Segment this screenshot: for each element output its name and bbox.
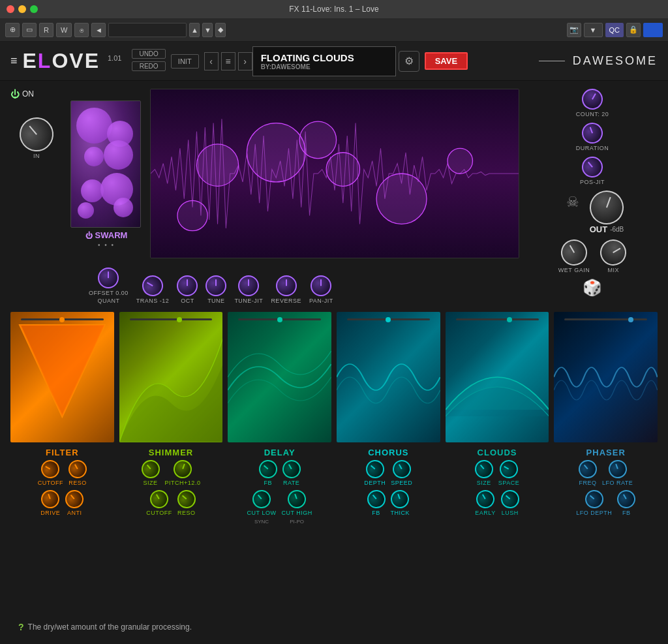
clouds-image[interactable] bbox=[446, 312, 549, 442]
menu-icon[interactable]: ≡ bbox=[10, 54, 18, 68]
phaser-freq-knob[interactable] bbox=[575, 456, 600, 482]
toolbar-icon-3[interactable]: ⍟ bbox=[74, 23, 89, 37]
on-label: ON bbox=[22, 89, 34, 99]
redo-button[interactable]: REDO bbox=[132, 61, 165, 71]
in-label: IN bbox=[33, 153, 40, 159]
init-button[interactable]: INIT bbox=[171, 54, 199, 69]
reverse-knob[interactable] bbox=[276, 275, 297, 296]
in-knob[interactable] bbox=[12, 110, 60, 158]
save-button[interactable]: SAVE bbox=[425, 52, 468, 70]
preset-author: BY:DAWESOME bbox=[261, 63, 387, 70]
close-button[interactable] bbox=[7, 5, 14, 13]
toolbar-icon-2[interactable]: ▭ bbox=[22, 23, 37, 37]
trans-label: TRANS -12 bbox=[136, 298, 170, 304]
toolbar-icon-5[interactable]: ◆ bbox=[215, 23, 226, 37]
in-knob-container: IN bbox=[20, 117, 53, 159]
filter-drive-knob[interactable] bbox=[38, 487, 62, 511]
duration-knob[interactable] bbox=[579, 119, 605, 146]
phaser-lfo-depth-knob[interactable] bbox=[581, 486, 607, 512]
chorus-depth-knob[interactable] bbox=[362, 456, 387, 482]
dawesome-logo: DAWESOME bbox=[539, 54, 658, 68]
minimize-button[interactable] bbox=[18, 5, 26, 13]
filter-cutoff-knob[interactable] bbox=[38, 457, 63, 482]
delay-image[interactable] bbox=[228, 312, 331, 442]
window-title: FX 11-Love: Ins. 1 – Love bbox=[289, 5, 378, 14]
pan-jit-label: PAN-JIT bbox=[309, 298, 333, 304]
trans-knob[interactable] bbox=[138, 271, 167, 300]
tune-knob[interactable] bbox=[205, 275, 226, 296]
toolbar-icon-4[interactable]: ◄ bbox=[91, 23, 106, 37]
skull-icon[interactable]: ☠ bbox=[561, 191, 584, 214]
clouds-size-knob[interactable] bbox=[471, 456, 496, 482]
offset-knob[interactable] bbox=[98, 268, 119, 288]
phaser-lfo-depth-label: LFO DEPTH bbox=[576, 510, 612, 516]
svg-point-7 bbox=[177, 200, 207, 230]
chorus-depth-label: DEPTH bbox=[364, 480, 386, 486]
delay-cutlow-knob[interactable] bbox=[249, 486, 274, 512]
fullscreen-button[interactable] bbox=[30, 5, 38, 13]
transport-input[interactable] bbox=[108, 23, 187, 37]
toolbar-down[interactable]: ▼ bbox=[202, 23, 213, 37]
list-preset-button[interactable]: ≡ bbox=[221, 52, 235, 70]
filter-anti-knob[interactable] bbox=[62, 486, 87, 512]
clouds-early-label: EARLY bbox=[475, 510, 495, 516]
chorus-thick-knob[interactable] bbox=[388, 487, 412, 511]
lock-icon[interactable]: 🔒 bbox=[626, 23, 641, 37]
delay-cuthigh-knob[interactable] bbox=[285, 487, 309, 511]
clouds-panel: CLOUDS SIZE SPACE EARLY LUSH bbox=[446, 312, 549, 618]
count-label: COUNT: 20 bbox=[576, 111, 609, 117]
qc-button[interactable]: QC bbox=[605, 23, 624, 37]
undo-button[interactable]: UNDO bbox=[132, 49, 165, 59]
record-btn[interactable]: R bbox=[39, 23, 53, 37]
waveform-area[interactable] bbox=[150, 89, 519, 258]
prev-preset-button[interactable]: ‹ bbox=[204, 52, 219, 70]
traffic-lights bbox=[7, 5, 38, 13]
delay-fb-knob[interactable] bbox=[255, 456, 281, 482]
out-knob[interactable] bbox=[585, 186, 629, 230]
chorus-speed-knob[interactable] bbox=[389, 457, 414, 482]
swarm-image[interactable] bbox=[70, 100, 141, 228]
swarm-area: ⏻ SWARM • • • bbox=[70, 89, 142, 258]
count-knob[interactable] bbox=[578, 85, 607, 114]
duration-knob-container: DURATION bbox=[576, 123, 609, 151]
header-controls: UNDO REDO bbox=[132, 49, 165, 74]
oct-knob[interactable] bbox=[177, 275, 198, 296]
quant-label: QUANT bbox=[97, 298, 119, 304]
hint-text: The dry/wet amount of the granular proce… bbox=[28, 622, 192, 632]
write-btn[interactable]: W bbox=[56, 23, 72, 37]
chorus-image[interactable] bbox=[337, 312, 440, 442]
tune-jit-knob[interactable] bbox=[238, 275, 259, 296]
toolbar-icon-1[interactable]: ⊕ bbox=[5, 23, 20, 37]
title-bar: FX 11-Love: Ins. 1 – Love bbox=[0, 0, 668, 18]
shimmer-pitch-knob[interactable] bbox=[171, 457, 194, 481]
camera-icon[interactable]: 📷 bbox=[567, 23, 581, 37]
clouds-early-knob[interactable] bbox=[473, 487, 498, 512]
chorus-fb-knob[interactable] bbox=[363, 486, 389, 512]
next-preset-button[interactable]: › bbox=[238, 52, 252, 70]
delay-rate-knob[interactable] bbox=[279, 457, 304, 482]
shimmer-cutoff-knob[interactable] bbox=[147, 487, 172, 512]
delay-pipo-label: PI-PO bbox=[290, 519, 304, 525]
plugin-body: ⏻ ON IN bbox=[0, 81, 668, 644]
preset-settings-icon[interactable]: ⚙ bbox=[399, 51, 419, 72]
phaser-lfo-rate-knob[interactable] bbox=[606, 457, 630, 481]
phaser-image[interactable] bbox=[554, 312, 658, 442]
pos-jit-knob[interactable] bbox=[577, 152, 607, 181]
clouds-lush-knob[interactable] bbox=[497, 486, 523, 512]
clouds-space-knob[interactable] bbox=[496, 457, 521, 482]
tune-jit-label: TUNE-JIT bbox=[234, 298, 263, 304]
preset-name-box[interactable]: FLOATING CLOUDS BY:DAWESOME bbox=[252, 46, 396, 76]
chorus-speed-label: SPEED bbox=[391, 480, 412, 486]
toolbar-up[interactable]: ▲ bbox=[189, 23, 200, 37]
phaser-fb-knob[interactable] bbox=[614, 487, 639, 512]
toolbar-dropdown[interactable]: ▼ bbox=[584, 23, 603, 37]
power-icon: ⏻ bbox=[10, 89, 20, 99]
on-toggle[interactable]: ⏻ ON bbox=[10, 89, 34, 99]
shimmer-size-knob[interactable] bbox=[138, 456, 163, 482]
pan-jit-knob[interactable] bbox=[311, 275, 331, 296]
filter-image[interactable] bbox=[10, 312, 114, 442]
shimmer-reso-knob[interactable] bbox=[174, 486, 199, 512]
filter-reso-knob[interactable] bbox=[65, 457, 90, 482]
reverse-group: REVERSE bbox=[271, 275, 301, 304]
shimmer-image[interactable] bbox=[119, 312, 223, 442]
